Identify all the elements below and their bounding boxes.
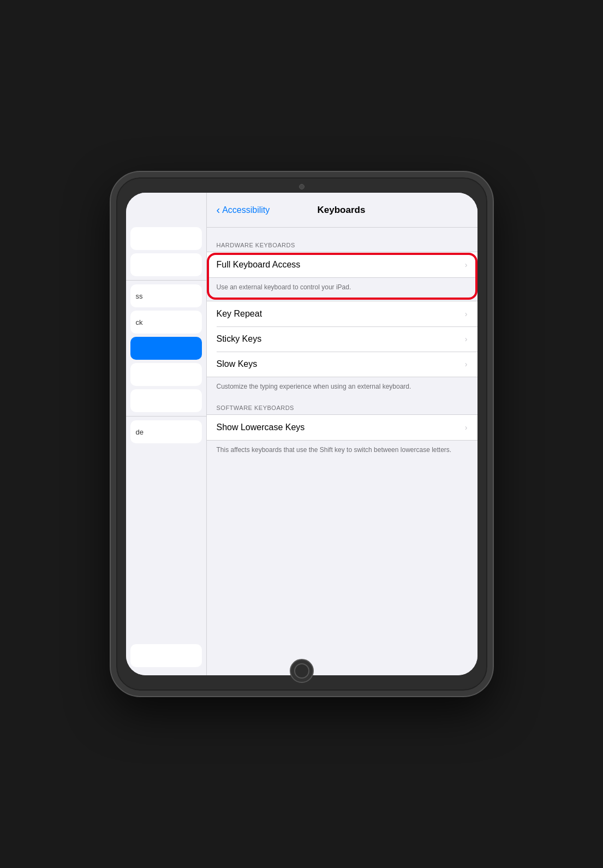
software-footer: This affects keyboards that use the Shif… xyxy=(207,441,477,463)
nav-bar: ‹ Accessibility Keyboards xyxy=(207,193,477,228)
highlighted-container: Full Keyboard Access › Use an external k… xyxy=(207,252,477,301)
software-group: Show Lowercase Keys › xyxy=(207,414,477,441)
main-content: ‹ Accessibility Keyboards HARDWARE KEYBO… xyxy=(207,193,477,675)
full-keyboard-access-item[interactable]: Full Keyboard Access › xyxy=(207,252,477,277)
sticky-keys-chevron-icon: › xyxy=(465,335,468,343)
full-keyboard-group: Full Keyboard Access › xyxy=(207,252,477,278)
full-keyboard-access-label: Full Keyboard Access xyxy=(217,260,301,270)
sidebar-item-partial-3[interactable]: de xyxy=(130,420,202,443)
home-button[interactable] xyxy=(290,659,314,683)
software-keyboards-section: SOFTWARE KEYBOARDS Show Lowercase Keys ›… xyxy=(207,400,477,463)
sidebar-bottom-1[interactable] xyxy=(130,644,202,667)
key-repeat-chevron-icon: › xyxy=(465,310,468,318)
show-lowercase-chevron-icon: › xyxy=(465,423,468,432)
hardware-more-group: Key Repeat › Sticky Keys › Slow Keys › xyxy=(207,301,477,377)
page-title: Keyboards xyxy=(317,205,365,216)
sidebar-item-2[interactable] xyxy=(130,253,202,276)
content-area: HARDWARE KEYBOARDS Full Keyboard Access … xyxy=(207,228,477,675)
back-button[interactable]: ‹ Accessibility xyxy=(217,204,270,216)
sidebar: ss ck de xyxy=(126,193,207,675)
full-keyboard-footer: Use an external keyboard to control your… xyxy=(207,278,477,301)
slow-keys-chevron-icon: › xyxy=(465,360,468,368)
show-lowercase-item[interactable]: Show Lowercase Keys › xyxy=(207,415,477,440)
show-lowercase-label: Show Lowercase Keys xyxy=(217,423,305,432)
sticky-keys-label: Sticky Keys xyxy=(217,334,262,344)
key-repeat-item[interactable]: Key Repeat › xyxy=(207,301,477,326)
hardware-section-header: HARDWARE KEYBOARDS xyxy=(207,237,477,252)
sidebar-item-active[interactable] xyxy=(130,337,202,360)
home-button-inner xyxy=(294,663,309,679)
back-label: Accessibility xyxy=(222,205,270,215)
sidebar-separator-1 xyxy=(126,280,206,281)
key-repeat-label: Key Repeat xyxy=(217,309,262,319)
sidebar-item-partial-2[interactable]: ck xyxy=(130,311,202,334)
sidebar-item-1[interactable] xyxy=(130,227,202,250)
front-camera xyxy=(299,184,305,189)
sidebar-item-partial-1[interactable]: ss xyxy=(130,284,202,307)
hardware-more-footer: Customize the typing experience when usi… xyxy=(207,377,477,400)
sidebar-item-6[interactable] xyxy=(130,389,202,412)
chevron-right-icon: › xyxy=(465,260,468,269)
back-chevron-icon: ‹ xyxy=(217,204,220,216)
hardware-keyboards-section: HARDWARE KEYBOARDS Full Keyboard Access … xyxy=(207,237,477,400)
sidebar-spacer xyxy=(126,445,206,643)
slow-keys-label: Slow Keys xyxy=(217,359,258,369)
ipad-frame: ss ck de xyxy=(111,172,493,696)
screen: ss ck de xyxy=(126,193,477,675)
sidebar-separator-2 xyxy=(126,416,206,417)
software-section-header: SOFTWARE KEYBOARDS xyxy=(207,400,477,414)
sticky-keys-item[interactable]: Sticky Keys › xyxy=(207,326,477,352)
sidebar-item-5[interactable] xyxy=(130,363,202,386)
slow-keys-item[interactable]: Slow Keys › xyxy=(207,352,477,377)
